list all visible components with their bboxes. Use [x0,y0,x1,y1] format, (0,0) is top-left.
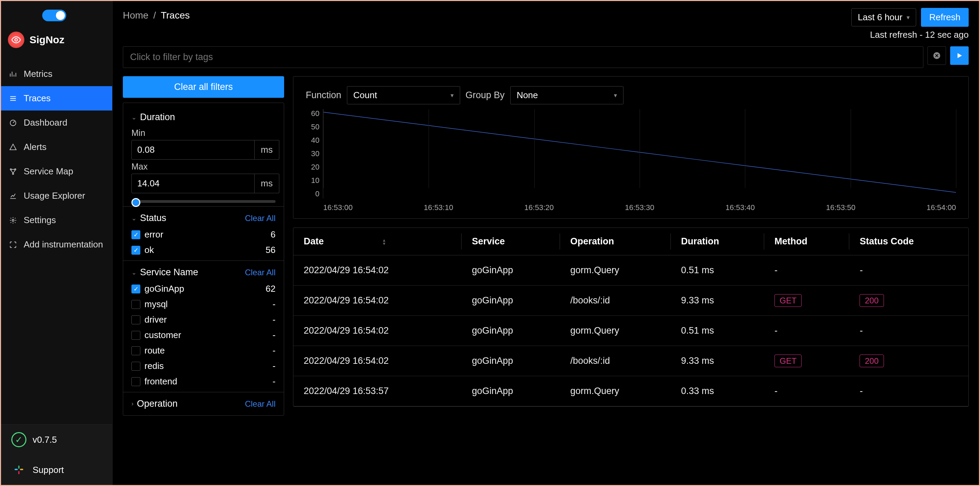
nav-label: Usage Explorer [24,191,85,201]
section-title-text: Duration [140,112,175,123]
tag-filter-input[interactable] [123,46,923,68]
checkbox[interactable] [131,346,140,355]
clear-service-link[interactable]: Clear All [245,268,275,277]
checkbox[interactable] [131,362,140,371]
cell-date: 2022/04/29 16:54:02 [293,285,461,316]
clear-all-filters-button[interactable]: Clear all filters [123,76,284,98]
filter-checkbox-row[interactable]: frontend- [131,374,275,389]
chevron-down-icon: ⌄ [131,215,137,222]
table-header[interactable]: Date▲▼ [293,228,461,255]
close-circle-icon [933,51,941,60]
method-badge: GET [775,294,802,307]
nav-traces[interactable]: Traces [1,86,112,110]
breadcrumb-sep: / [153,10,156,21]
filter-count: - [272,330,275,341]
clear-operation-link[interactable]: Clear All [245,399,275,409]
checkbox[interactable] [131,246,140,255]
table-header[interactable]: Status Code [849,228,968,255]
svg-rect-8 [18,465,19,469]
cell-duration: 9.33 ms [671,346,764,376]
duration-slider[interactable] [131,200,275,203]
checkbox[interactable] [131,331,140,340]
run-filter-button[interactable] [950,46,969,65]
nav-label: Service Map [24,166,73,177]
theme-toggle[interactable] [42,10,66,21]
function-value: Count [353,90,377,100]
filter-count: - [272,361,275,371]
min-label: Min [131,128,275,138]
filter-checkbox-row[interactable]: route- [131,343,275,359]
checkbox[interactable] [131,316,140,324]
cell-method: GET [764,346,849,376]
duration-max-input[interactable] [131,174,255,193]
svg-point-2 [10,169,12,170]
table-header[interactable]: Duration [671,228,764,255]
chart-x-axis: 16:53:0016:53:1016:53:2016:53:3016:53:40… [323,203,956,212]
table-row[interactable]: 2022/04/29 16:54:02goGinApp/books/:id9.3… [293,285,968,316]
filter-checkbox-row[interactable]: error6 [131,227,275,242]
alert-icon [9,143,18,152]
duration-min-input[interactable] [131,140,255,159]
filter-count: 56 [266,245,275,255]
traces-table-card: Date▲▼ServiceOperationDurationMethodStat… [293,228,969,407]
groupby-label: Group By [466,90,505,100]
table-header[interactable]: Service [461,228,560,255]
table-row[interactable]: 2022/04/29 16:54:02goGinAppgorm.Query0.5… [293,316,968,346]
network-icon [9,167,18,176]
table-row[interactable]: 2022/04/29 16:54:02goGinAppgorm.Query0.5… [293,255,968,285]
table-row[interactable]: 2022/04/29 16:54:02goGinApp/books/:id9.3… [293,346,968,376]
filter-checkbox-row[interactable]: ok56 [131,242,275,258]
clear-filter-button[interactable] [928,46,946,65]
nav-dashboard[interactable]: Dashboard [1,110,112,135]
bar-chart-icon [9,70,18,79]
table-header[interactable]: Operation [560,228,671,255]
filter-checkbox-row[interactable]: driver- [131,312,275,327]
check-circle-icon: ✓ [11,432,26,447]
nav-usage-explorer[interactable]: Usage Explorer [1,183,112,208]
operation-section-toggle[interactable]: › Operation [131,398,178,409]
table-header[interactable]: Method [764,228,849,255]
cell-operation: gorm.Query [560,316,671,346]
groupby-select[interactable]: None ▾ [510,86,624,104]
cell-duration: 0.51 ms [671,255,764,285]
nav-metrics[interactable]: Metrics [1,62,112,86]
nav-settings[interactable]: Settings [1,208,112,233]
cell-service: goGinApp [461,255,560,285]
service-section-toggle[interactable]: ⌄ Service Name [131,267,198,278]
refresh-button[interactable]: Refresh [921,8,969,27]
sort-icon[interactable]: ▲▼ [382,239,387,245]
filter-label: frontend [145,376,177,387]
nav-alerts[interactable]: Alerts [1,135,112,159]
checkbox[interactable] [131,300,140,309]
nav-label: Traces [24,93,51,104]
filter-checkbox-row[interactable]: goGinApp62 [131,281,275,296]
support-row[interactable]: Support [1,455,112,485]
checkbox[interactable] [131,377,140,386]
time-range-select[interactable]: Last 6 hour ▾ [851,8,916,26]
cell-duration: 9.33 ms [671,285,764,316]
table-row[interactable]: 2022/04/29 16:53:57goGinAppgorm.Query0.3… [293,376,968,406]
unit-label: ms [255,140,279,159]
filter-label: error [145,229,163,240]
function-select[interactable]: Count ▾ [347,86,460,104]
checkbox[interactable] [131,285,140,293]
nav-add-instrumentation[interactable]: Add instrumentation [1,233,112,257]
time-range-value: Last 6 hour [858,12,902,23]
chevron-down-icon: ▾ [614,92,617,99]
clear-status-link[interactable]: Clear All [245,214,275,223]
filter-checkbox-row[interactable]: redis- [131,359,275,374]
checkbox[interactable] [131,230,140,239]
traces-table: Date▲▼ServiceOperationDurationMethodStat… [293,228,968,406]
version-row[interactable]: ✓ v0.7.5 [1,425,112,455]
duration-section-toggle[interactable]: ⌄ Duration [131,112,175,123]
breadcrumb: Home / Traces [123,8,190,21]
method-badge: GET [775,355,802,367]
breadcrumb-home[interactable]: Home [123,10,149,21]
cell-operation: /books/:id [560,346,671,376]
filter-checkbox-row[interactable]: customer- [131,327,275,343]
status-section-toggle[interactable]: ⌄ Status [131,213,166,223]
cell-service: goGinApp [461,376,560,406]
cell-operation: gorm.Query [560,255,671,285]
filter-checkbox-row[interactable]: mysql- [131,296,275,312]
nav-service-map[interactable]: Service Map [1,159,112,183]
